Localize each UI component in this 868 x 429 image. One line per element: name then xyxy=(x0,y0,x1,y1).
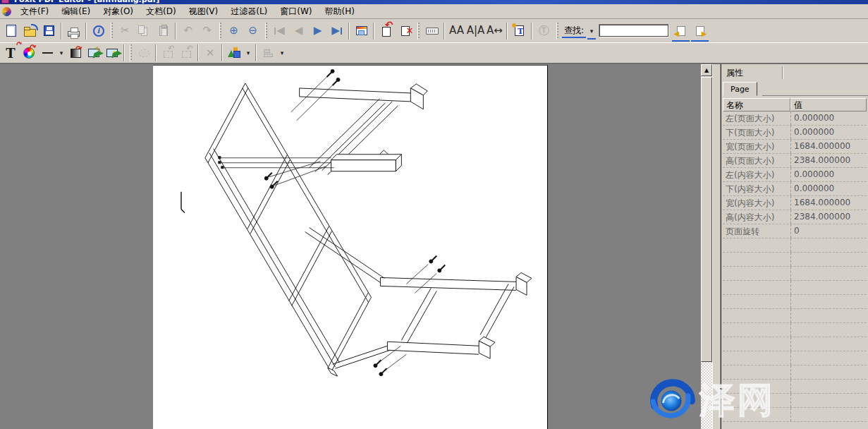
toolbar-separator xyxy=(123,44,125,61)
column-header-name[interactable]: 名称 xyxy=(723,98,790,111)
redo-button[interactable]: ↷ xyxy=(197,22,216,40)
keyboard-button[interactable] xyxy=(422,22,441,40)
zoom-out-button[interactable]: ⊖ xyxy=(243,22,262,40)
properties-panel: 属性 Page 名称 值 左(页面大小)0.000000下(页面大小)0.000… xyxy=(721,64,868,429)
panel-tab-row: Page xyxy=(721,80,868,95)
save-button[interactable] xyxy=(39,22,59,40)
shading-button[interactable] xyxy=(66,44,85,61)
vertical-scrollbar[interactable]: ▲ xyxy=(701,64,712,429)
scroll-up-button[interactable]: ▲ xyxy=(701,64,712,76)
find-dropdown[interactable]: ▾ xyxy=(587,24,597,38)
new-button[interactable] xyxy=(1,22,20,40)
copy-icon xyxy=(138,25,145,34)
edit-image-button[interactable] xyxy=(85,44,103,61)
char-width-icon: A↔ xyxy=(487,25,503,36)
toolbar-gripper[interactable] xyxy=(219,23,221,40)
scrollbar-thumb[interactable] xyxy=(701,77,712,362)
last-page-button[interactable]: ▶ xyxy=(327,22,346,40)
replace-image-button[interactable] xyxy=(103,44,121,61)
delete-object-button[interactable]: ✕ xyxy=(201,44,219,61)
cut-button[interactable]: ✂ xyxy=(116,22,135,40)
toolbar-gripper[interactable] xyxy=(111,23,113,40)
paste-button[interactable] xyxy=(154,22,173,40)
save-icon xyxy=(44,25,54,36)
clone-object-button[interactable] xyxy=(135,44,153,61)
empty-property-row xyxy=(723,351,867,365)
property-row[interactable]: 下(页面大小)0.000000 xyxy=(723,126,867,140)
toolbar-separator xyxy=(61,23,62,40)
properties-table-header: 名称 值 xyxy=(723,98,867,111)
toolbar-separator xyxy=(221,44,223,61)
scissors-icon: ✂ xyxy=(121,25,130,36)
menu-item-2[interactable]: 对象(O) xyxy=(97,4,140,19)
insert-shape-button[interactable] xyxy=(225,44,243,61)
property-row[interactable]: 左(页面大小)0.000000 xyxy=(723,111,867,126)
application-window: Foxit PDF Editor - [anfhuang.pdf] 文件(F)编… xyxy=(0,0,868,429)
workspace[interactable] xyxy=(0,64,701,429)
menu-item-1[interactable]: 编辑(E) xyxy=(55,4,97,19)
open-button[interactable] xyxy=(20,22,39,40)
add-text-icon xyxy=(515,25,524,36)
empty-property-row xyxy=(723,394,867,408)
rotate-selection-left-icon xyxy=(164,51,173,58)
toolbar-separator xyxy=(348,23,350,40)
font-style-button[interactable]: AA xyxy=(447,22,466,40)
property-row[interactable]: 高(页面大小)2384.000000 xyxy=(723,154,867,168)
menu-item-6[interactable]: 窗口(W) xyxy=(274,4,318,19)
find-previous-button[interactable] xyxy=(671,22,690,40)
dash-style-dropdown[interactable]: ▾ xyxy=(56,46,66,60)
rotate-left-button[interactable] xyxy=(159,44,177,61)
menu-item-4[interactable]: 视图(V) xyxy=(183,4,225,19)
delete-page-button[interactable] xyxy=(396,22,415,40)
find-input[interactable] xyxy=(599,24,669,37)
document-page[interactable] xyxy=(153,65,548,429)
align-button[interactable] xyxy=(259,44,277,61)
zoom-in-button[interactable]: ⊕ xyxy=(224,22,243,40)
property-row[interactable]: 宽(页面大小)1684.000000 xyxy=(723,140,867,154)
property-row[interactable]: 页面旋转0 xyxy=(723,224,867,238)
menu-item-7[interactable]: 帮助(H) xyxy=(319,4,361,19)
panel-splitter[interactable] xyxy=(712,64,721,429)
add-text-object-button[interactable]: T xyxy=(1,44,20,61)
property-value: 2384.000000 xyxy=(790,154,867,167)
document-menu-icon[interactable] xyxy=(2,7,11,16)
first-page-button[interactable]: ◀ xyxy=(270,22,289,40)
align-dropdown[interactable]: ▾ xyxy=(277,46,287,60)
next-page-button[interactable]: ▶ xyxy=(308,22,327,40)
toolbar-gripper[interactable] xyxy=(417,23,420,40)
empty-property-row xyxy=(723,295,867,309)
undo-button[interactable]: ↶ xyxy=(178,22,197,40)
column-header-value[interactable]: 值 xyxy=(790,98,867,111)
menu-item-0[interactable]: 文件(F) xyxy=(14,4,55,19)
page-layout-button[interactable] xyxy=(352,22,371,40)
edit-image-icon xyxy=(88,49,99,57)
toolbar-gripper[interactable] xyxy=(130,44,132,61)
import-page-button[interactable] xyxy=(377,22,396,40)
tab-page[interactable]: Page xyxy=(723,82,757,96)
document-info-button[interactable] xyxy=(89,22,108,40)
print-button[interactable] xyxy=(64,22,83,40)
previous-page-button[interactable]: ◀ xyxy=(289,22,308,40)
gradient-icon xyxy=(71,49,81,58)
rotate-right-button[interactable] xyxy=(177,44,195,61)
empty-property-row xyxy=(723,337,867,351)
text-circle-button[interactable]: Ⓣ xyxy=(534,22,554,40)
add-text-button[interactable] xyxy=(510,22,529,40)
delete-object-icon: ✕ xyxy=(206,48,215,59)
dash-style-button[interactable] xyxy=(38,44,56,61)
property-row[interactable]: 左(内容大小)0.000000 xyxy=(723,168,867,182)
toolbar-gripper[interactable] xyxy=(556,23,558,40)
property-row[interactable]: 宽(内容大小)1684.000000 xyxy=(723,196,867,210)
property-row[interactable]: 高(内容大小)2384.000000 xyxy=(723,210,867,224)
char-width-button[interactable]: A↔ xyxy=(485,22,504,40)
find-next-button[interactable] xyxy=(690,22,709,40)
copy-button[interactable] xyxy=(135,22,154,40)
menu-item-5[interactable]: 过滤器(L) xyxy=(224,4,274,19)
property-row[interactable]: 下(内容大小)0.000000 xyxy=(723,182,867,196)
menu-item-3[interactable]: 文档(D) xyxy=(140,4,183,19)
toolbar-gripper[interactable] xyxy=(265,23,267,40)
char-spacing-button[interactable]: A|A xyxy=(466,22,485,40)
property-name: 下(页面大小) xyxy=(723,126,790,139)
insert-shape-dropdown[interactable]: ▾ xyxy=(243,46,253,60)
toolbar-separator xyxy=(506,23,508,40)
